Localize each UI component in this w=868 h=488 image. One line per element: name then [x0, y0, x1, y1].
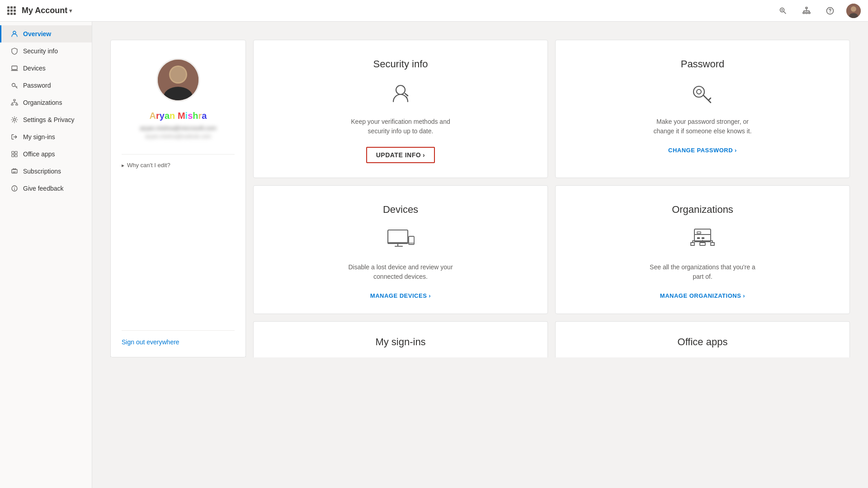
manage-organizations-link[interactable]: MANAGE ORGANIZATIONS ›: [660, 292, 745, 299]
svg-point-12: [12, 84, 15, 87]
organizations-icon: [688, 225, 717, 253]
laptop-icon: [10, 64, 19, 72]
sidebar-item-label: Office apps: [23, 150, 55, 158]
devices-card: Devices Disable a lost device and review…: [253, 185, 548, 314]
svg-rect-17: [12, 151, 14, 154]
signin-icon: [10, 133, 19, 141]
apps-icon: [10, 150, 19, 158]
my-sign-ins-card-partial: My sign-ins: [253, 321, 548, 357]
chevron-right-icon: ›: [735, 147, 737, 154]
sidebar-item-label: Settings & Privacy: [23, 116, 75, 123]
sidebar-item-label: Devices: [23, 65, 46, 72]
sidebar-item-label: Security info: [23, 47, 58, 55]
office-apps-title: Office apps: [678, 336, 728, 348]
profile-avatar-image: [158, 60, 198, 100]
manage-devices-link[interactable]: MANAGE DEVICES ›: [370, 292, 431, 299]
svg-rect-39: [700, 243, 705, 245]
organizations-card: Organizations See all the organizations …: [555, 185, 850, 314]
profile-divider: [122, 154, 235, 155]
profile-signout: Sign out everywhere: [122, 330, 235, 346]
sidebar-item-office-apps[interactable]: Office apps: [0, 145, 92, 163]
chevron-right-icon: ›: [423, 151, 425, 159]
security-info-card: Security info Keep your verification met…: [253, 40, 548, 178]
profile-avatar: [156, 58, 200, 102]
svg-point-23: [14, 187, 15, 188]
svg-rect-18: [15, 151, 17, 154]
sidebar-item-label: Password: [23, 82, 51, 89]
password-title: Password: [681, 58, 725, 70]
main-layout: Overview Security info Devices: [0, 22, 868, 488]
sidebar-item-label: Subscriptions: [23, 168, 61, 175]
sign-out-everywhere-link[interactable]: Sign out everywhere: [122, 338, 179, 346]
svg-rect-38: [702, 237, 704, 239]
organizations-desc: See all the organizations that you're a …: [648, 263, 757, 282]
person-icon: [10, 30, 19, 38]
content-area: Aryan Mishra aryan.mishra@microsoft.com …: [92, 22, 868, 488]
why-cant-edit-label: Why can't I edit?: [127, 162, 170, 169]
devices-desc: Disable a lost device and review your co…: [346, 263, 455, 282]
sidebar-item-label: Give feedback: [23, 185, 64, 192]
feedback-icon: [10, 184, 19, 192]
chevron-down-icon: ▾: [69, 8, 72, 14]
password-card: Password Make your password stronger, or…: [555, 40, 850, 178]
header-actions: [776, 4, 861, 18]
profile-name: Aryan Mishra: [150, 111, 207, 121]
why-cant-edit[interactable]: ▸ Why can't I edit?: [122, 162, 170, 169]
password-icon: [688, 79, 717, 108]
chevron-right-icon: ›: [429, 292, 431, 299]
svg-rect-11: [12, 66, 17, 70]
chevron-icon: ▸: [122, 162, 124, 169]
sidebar-item-label: Overview: [23, 30, 51, 38]
org-icon: [10, 99, 19, 107]
sidebar-item-password[interactable]: Password: [0, 77, 92, 94]
update-info-button[interactable]: UPDATE INFO ›: [366, 147, 435, 163]
sidebar-item-subscriptions[interactable]: Subscriptions: [0, 163, 92, 180]
settings-icon: [10, 116, 19, 124]
subscriptions-icon: [10, 167, 19, 175]
header: My Account ▾: [0, 0, 868, 22]
sidebar-item-give-feedback[interactable]: Give feedback: [0, 180, 92, 197]
sidebar-item-my-sign-ins[interactable]: My sign-ins: [0, 128, 92, 145]
svg-point-8: [851, 6, 856, 12]
svg-point-31: [697, 89, 701, 94]
svg-rect-37: [697, 237, 700, 239]
sidebar-item-devices[interactable]: Devices: [0, 60, 92, 77]
profile-detail: aryan.mishra@outlook.com: [145, 133, 211, 140]
sidebar-item-label: My sign-ins: [23, 133, 55, 141]
help-icon[interactable]: [823, 4, 837, 18]
svg-rect-19: [12, 155, 14, 157]
sidebar-item-overview[interactable]: Overview: [0, 25, 92, 42]
profile-card: Aryan Mishra aryan.mishra@microsoft.com …: [110, 40, 246, 357]
svg-rect-32: [388, 230, 408, 244]
sidebar-item-organizations[interactable]: Organizations: [0, 94, 92, 111]
sidebar-item-security-info[interactable]: Security info: [0, 42, 92, 60]
security-info-icon: [386, 79, 415, 108]
app-launcher-icon[interactable]: [7, 6, 16, 15]
office-apps-card-partial: Office apps: [555, 321, 850, 357]
devices-title: Devices: [383, 204, 418, 216]
sidebar: Overview Security info Devices: [0, 22, 92, 488]
security-info-desc: Keep your verification methods and secur…: [346, 117, 455, 136]
app-title[interactable]: My Account ▾: [22, 6, 72, 15]
security-info-title: Security info: [373, 58, 428, 70]
person-search-icon[interactable]: [776, 4, 790, 18]
devices-icon: [386, 225, 415, 253]
my-sign-ins-title: My sign-ins: [375, 336, 425, 348]
svg-point-30: [693, 86, 704, 97]
chevron-right-icon: ›: [743, 292, 745, 299]
svg-point-28: [396, 85, 405, 94]
svg-rect-35: [694, 229, 711, 242]
sidebar-item-label: Organizations: [23, 99, 62, 106]
change-password-link[interactable]: CHANGE PASSWORD ›: [668, 147, 737, 154]
org-chart-icon[interactable]: [799, 4, 814, 18]
svg-point-29: [407, 95, 408, 96]
svg-rect-3: [806, 12, 807, 14]
key-icon: [10, 81, 19, 89]
shield-icon: [10, 47, 19, 55]
organizations-title: Organizations: [672, 204, 733, 216]
sidebar-item-settings-privacy[interactable]: Settings & Privacy: [0, 111, 92, 128]
svg-rect-20: [15, 155, 17, 157]
svg-point-6: [830, 12, 830, 13]
svg-point-10: [13, 31, 16, 34]
avatar[interactable]: [846, 4, 861, 18]
